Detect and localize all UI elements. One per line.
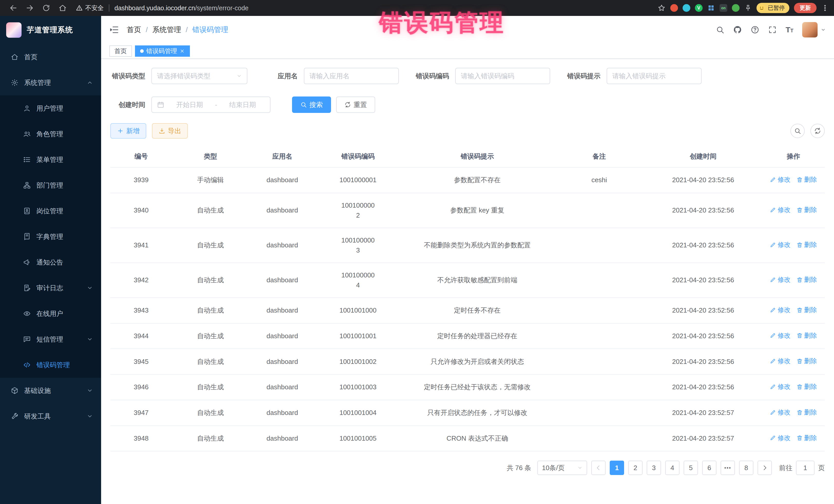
extension-icon-green[interactable] <box>732 4 740 12</box>
browser-home-icon[interactable] <box>59 4 67 12</box>
sidebar-item-post[interactable]: 岗位管理 <box>0 198 101 224</box>
date-range-picker[interactable]: 开始日期 - 结束日期 <box>151 96 270 113</box>
cell-app-name: dashboard <box>249 350 316 374</box>
delete-link[interactable]: 删除 <box>796 331 817 341</box>
extension-icon-red[interactable] <box>670 4 678 12</box>
search-button[interactable]: 搜索 <box>292 96 331 113</box>
sidebar-item-error-code[interactable]: 错误码管理 <box>0 352 101 378</box>
sidebar-item-home[interactable]: 首页 <box>0 44 101 70</box>
sidebar-item-dept[interactable]: 部门管理 <box>0 172 101 198</box>
extension-icon-v[interactable]: V <box>695 4 703 12</box>
fullscreen-icon[interactable] <box>768 25 777 34</box>
menu-item-icon <box>23 284 31 292</box>
sidebar-item-audit-log[interactable]: 审计日志 <box>0 275 101 301</box>
next-page-button[interactable] <box>758 461 772 475</box>
tab-错误码管理[interactable]: 错误码管理 <box>135 45 190 57</box>
page-button-•••[interactable]: ••• <box>721 461 735 475</box>
error-hint-input[interactable] <box>612 72 696 80</box>
delete-link[interactable]: 删除 <box>796 382 817 392</box>
tab-close-icon[interactable] <box>180 48 185 53</box>
sidebar-item-notice[interactable]: 通知公告 <box>0 249 101 275</box>
warning-icon <box>76 5 83 11</box>
search-icon[interactable] <box>716 25 724 34</box>
toggle-search-button[interactable] <box>790 124 805 138</box>
delete-link[interactable]: 删除 <box>796 275 817 285</box>
sidebar-item-user[interactable]: 用户管理 <box>0 95 101 121</box>
delete-link[interactable]: 删除 <box>796 433 817 443</box>
delete-link[interactable]: 删除 <box>796 175 817 184</box>
reset-button[interactable]: 重置 <box>336 96 375 113</box>
bookmark-star-icon[interactable] <box>657 4 666 12</box>
github-icon[interactable] <box>733 25 742 34</box>
edit-link[interactable]: 修改 <box>770 205 790 215</box>
sidebar-toggle-icon[interactable] <box>109 25 119 35</box>
edit-link[interactable]: 修改 <box>770 356 790 366</box>
cell-actions: 修改 删除 <box>762 168 825 193</box>
edit-link[interactable]: 修改 <box>770 433 790 443</box>
error-code-input[interactable] <box>461 72 545 80</box>
user-avatar-menu[interactable] <box>802 22 826 38</box>
sidebar-item-online-user[interactable]: 在线用户 <box>0 301 101 326</box>
page-button-6[interactable]: 6 <box>702 461 717 475</box>
logo-title: 芋道管理系统 <box>27 25 73 35</box>
page-button-4[interactable]: 4 <box>665 461 680 475</box>
app-name-input[interactable] <box>309 72 393 80</box>
page-button-2[interactable]: 2 <box>628 461 642 475</box>
delete-link[interactable]: 删除 <box>796 205 817 215</box>
fontsize-icon[interactable]: TT <box>786 25 793 34</box>
browser-back-icon[interactable] <box>9 4 18 12</box>
delete-link[interactable]: 删除 <box>796 305 817 315</box>
delete-link[interactable]: 删除 <box>796 356 817 366</box>
extension-icon-switch[interactable]: on <box>720 4 727 12</box>
tab-首页[interactable]: 首页 <box>109 45 132 57</box>
browser-reload-icon[interactable] <box>42 4 50 12</box>
browser-menu-icon[interactable] <box>821 4 829 12</box>
cell-created-time: 2021-04-20 23:52:56 <box>644 198 762 222</box>
delete-link[interactable]: 删除 <box>796 240 817 250</box>
cell-error-code: 1001001001 <box>316 324 400 348</box>
prev-page-button[interactable] <box>591 461 606 475</box>
address-bar[interactable]: dashboard.yudao.iocoder.cn/system/error-… <box>114 4 657 12</box>
add-button[interactable]: 新增 <box>110 123 146 138</box>
export-button[interactable]: 导出 <box>152 123 188 138</box>
edit-link[interactable]: 修改 <box>770 175 790 184</box>
cell-error-hint: 参数配置 key 重复 <box>400 198 554 222</box>
sidebar-item-system[interactable]: 系统管理 <box>0 70 101 95</box>
search-icon <box>794 127 801 134</box>
sidebar-item-sms[interactable]: 短信管理 <box>0 326 101 352</box>
extension-pin-icon[interactable] <box>744 4 752 12</box>
edit-link[interactable]: 修改 <box>770 382 790 392</box>
page-button-3[interactable]: 3 <box>647 461 661 475</box>
page-button-8[interactable]: 8 <box>739 461 753 475</box>
edit-link[interactable]: 修改 <box>770 240 790 250</box>
page-button-5[interactable]: 5 <box>684 461 698 475</box>
edit-link[interactable]: 修改 <box>770 408 790 417</box>
sidebar-item-dict[interactable]: 字典管理 <box>0 224 101 249</box>
edit-link[interactable]: 修改 <box>770 275 790 285</box>
sidebar-item-menu[interactable]: 菜单管理 <box>0 147 101 172</box>
refresh-table-button[interactable] <box>810 124 825 138</box>
page-size-select[interactable]: 10条/页 <box>537 461 587 475</box>
edit-link[interactable]: 修改 <box>770 305 790 315</box>
update-button[interactable]: 更新 <box>794 3 816 13</box>
filter-label: 错误码编码 <box>414 72 449 81</box>
goto-page-input[interactable] <box>796 461 814 475</box>
cell-error-code: 1001001000 <box>316 298 400 323</box>
trash-icon <box>796 242 803 248</box>
edit-link[interactable]: 修改 <box>770 331 790 341</box>
sidebar-item-role[interactable]: 角色管理 <box>0 121 101 147</box>
breadcrumb-system[interactable]: 系统管理 <box>152 25 181 35</box>
trash-icon <box>796 358 803 364</box>
error-type-select[interactable]: 请选择错误码类型 <box>151 68 247 84</box>
extension-icon-grid[interactable] <box>707 4 715 12</box>
extension-icon-teal[interactable] <box>683 4 690 12</box>
browser-forward-icon[interactable] <box>26 4 34 12</box>
help-icon[interactable] <box>751 25 759 34</box>
paused-badge[interactable]: 已暂停 <box>756 3 789 13</box>
delete-link[interactable]: 删除 <box>796 408 817 417</box>
security-indicator[interactable]: 不安全 <box>76 4 104 12</box>
sidebar-item-devtools[interactable]: 研发工具 <box>0 403 101 429</box>
sidebar-item-infra[interactable]: 基础设施 <box>0 378 101 403</box>
breadcrumb-home[interactable]: 首页 <box>127 25 141 35</box>
page-button-1[interactable]: 1 <box>610 461 624 475</box>
